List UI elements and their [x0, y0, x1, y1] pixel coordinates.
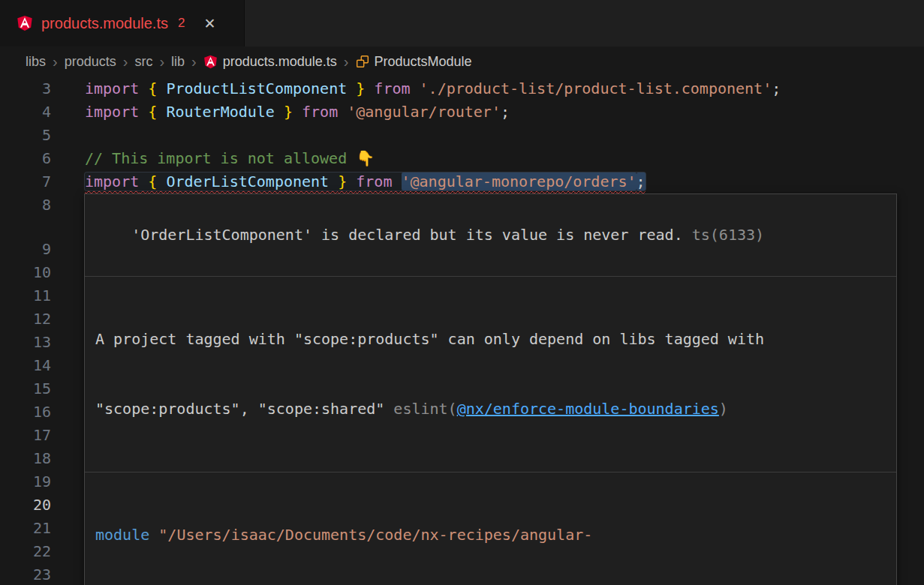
line-number[interactable]: 21 — [0, 517, 51, 540]
line-number[interactable]: 3 — [0, 77, 51, 100]
line-number[interactable]: 22 — [0, 540, 51, 563]
code-content[interactable]: // This import is not allowed 👇 — [85, 147, 924, 170]
line-number[interactable]: 17 — [0, 424, 51, 447]
breadcrumb-symbol-label: ProductsModule — [375, 54, 472, 70]
line-number[interactable]: 6 — [0, 147, 51, 170]
tab-products-module[interactable]: products.module.ts 2 ✕ — [0, 0, 245, 46]
hover-eslint-line2: "scope:products", "scope:shared" — [95, 400, 393, 418]
tab-bar: products.module.ts 2 ✕ — [0, 0, 924, 46]
chevron-right-icon: › — [53, 54, 58, 69]
line-number[interactable]: 16 — [0, 400, 51, 424]
breadcrumb: libs › products › src › lib › products.m… — [0, 46, 924, 76]
hover-ts-diagnostic: 'OrderListComponent' is declared but its… — [85, 194, 896, 277]
hover-ts-source: ts(6133) — [683, 226, 764, 244]
line-number[interactable]: 7 — [0, 170, 51, 194]
line-number[interactable]: 12 — [0, 308, 51, 331]
breadcrumb-item-symbol[interactable]: ProductsModule — [356, 54, 472, 70]
breadcrumb-file-label: products.module.ts — [223, 54, 337, 70]
hover-module-path-line1: "/Users/isaac/Documents/code/nx-recipes/… — [158, 526, 592, 544]
line-number[interactable]: 8 — [0, 194, 51, 217]
breadcrumb-item-src[interactable]: src — [134, 54, 152, 70]
line-number[interactable]: 13 — [0, 331, 51, 354]
line-number[interactable]: 5 — [0, 124, 51, 147]
breadcrumb-item-products[interactable]: products — [65, 54, 116, 70]
line-number[interactable]: 14 — [0, 354, 51, 377]
angular-icon — [17, 15, 33, 32]
hover-ts-message: 'OrderListComponent' is declared but its… — [131, 226, 683, 244]
eslint-rule-link[interactable]: @nx/enforce-module-boundaries — [457, 400, 719, 418]
code-line-3: 3import { ProductListComponent } from '.… — [0, 77, 924, 100]
chevron-right-icon: › — [191, 54, 197, 69]
line-number[interactable]: 15 — [0, 377, 51, 400]
breadcrumb-item-file[interactable]: products.module.ts — [203, 54, 337, 70]
line-number[interactable]: 4 — [0, 100, 51, 124]
error-highlighted-statement: import { OrderListComponent } from '@ang… — [85, 172, 646, 190]
hover-eslint-line1: A project tagged with "scope:products" c… — [95, 330, 764, 348]
hover-eslint-source-open: eslint( — [393, 400, 456, 418]
code-line-6: 6// This import is not allowed 👇 — [0, 147, 924, 170]
code-line-4: 4import { RouterModule } from '@angular/… — [0, 100, 924, 124]
line-number[interactable]: 11 — [0, 284, 51, 308]
chevron-right-icon: › — [344, 54, 349, 69]
chevron-right-icon: › — [123, 54, 128, 69]
line-number[interactable]: 10 — [0, 261, 51, 284]
angular-icon — [203, 55, 218, 69]
hover-module-keyword: module — [95, 526, 158, 544]
tab-problems-badge: 2 — [178, 16, 185, 31]
hover-popup: 'OrderListComponent' is declared but its… — [84, 194, 897, 585]
code-content[interactable]: import { ProductListComponent } from './… — [85, 77, 924, 100]
breadcrumb-item-lib[interactable]: lib — [171, 54, 185, 70]
symbol-class-icon — [356, 55, 369, 68]
breadcrumb-item-libs[interactable]: libs — [26, 54, 46, 70]
code-line-5: 5 — [0, 124, 924, 147]
close-icon[interactable]: ✕ — [203, 15, 215, 32]
code-line-7: 7import { OrderListComponent } from '@an… — [0, 170, 924, 194]
line-number[interactable]: 18 — [0, 447, 51, 470]
line-number[interactable]: 23 — [0, 563, 51, 585]
hover-module-info: module "/Users/isaac/Documents/code/nx-r… — [85, 472, 896, 585]
line-number[interactable]: 9 — [0, 238, 51, 261]
code-content[interactable]: import { RouterModule } from '@angular/r… — [85, 100, 924, 124]
code-content[interactable] — [85, 124, 924, 147]
code-content[interactable]: import { OrderListComponent } from '@ang… — [85, 170, 924, 194]
hover-eslint-source-close: ) — [719, 400, 728, 418]
tab-title: products.module.ts — [41, 15, 168, 32]
line-number[interactable]: 20 — [0, 494, 51, 517]
hover-eslint-diagnostic: A project tagged with "scope:products" c… — [85, 277, 896, 472]
line-number[interactable]: 19 — [0, 470, 51, 494]
vscode-window: { "tab": { "title": "products.module.ts"… — [0, 0, 924, 585]
chevron-right-icon: › — [159, 54, 164, 69]
